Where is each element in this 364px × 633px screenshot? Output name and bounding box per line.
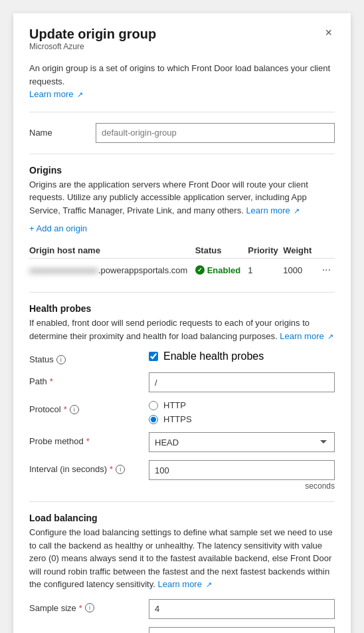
interval-input[interactable] [149,460,335,480]
origin-priority-cell: 1 [248,259,283,282]
protocol-http-radio[interactable] [149,401,158,410]
update-origin-group-panel: Update origin group Microsoft Azure × An… [13,13,351,633]
interval-required-indicator: * [110,464,113,474]
successful-samples-field [149,627,335,634]
origins-description: Origins are the application servers wher… [29,178,335,217]
probe-method-row: Probe method * HEAD GET [29,432,335,452]
sample-size-label: Sample size * i [29,599,149,613]
add-origin-button[interactable]: + Add an origin [29,219,87,237]
name-field-value [96,123,335,143]
sample-size-required-indicator: * [79,603,82,613]
col-priority: Priority [248,243,283,259]
protocol-http-label: HTTP [163,400,186,410]
panel-subtitle: Microsoft Azure [29,42,156,51]
protocol-http-row: HTTP [149,400,335,410]
enable-health-probes-checkbox[interactable] [149,352,158,361]
origins-learn-more-link[interactable]: Learn more ↗ [246,205,300,215]
path-input[interactable] [149,372,335,392]
protocol-info-icon[interactable]: i [70,405,79,414]
name-field-row: Name [29,123,335,143]
origins-table: Origin host name Status Priority Weight … [29,243,335,281]
panel-title: Update origin group [29,27,156,42]
sample-size-field [149,599,335,619]
panel-title-block: Update origin group Microsoft Azure [29,27,156,59]
intro-description: An origin group is a set of origins to w… [29,62,335,101]
table-row: xxxxxxxxxxxxxxxx.powerappsportals.com En… [29,259,335,282]
health-probes-status-label: Status i [29,350,149,364]
origin-more-button[interactable]: ··· [318,263,335,277]
divider-3 [29,292,335,293]
health-probes-path-field [149,372,335,392]
health-probes-protocol-label: Protocol * i [29,400,149,414]
origin-status-cell: Enabled [195,259,248,282]
probe-method-required-indicator: * [86,436,90,446]
col-status: Status [195,243,248,259]
panel-header: Update origin group Microsoft Azure × [29,27,335,59]
interval-row: Interval (in seconds) * i seconds [29,460,335,491]
probe-method-select[interactable]: HEAD GET [149,432,335,452]
col-actions [318,243,335,259]
origin-weight-cell: 1000 [283,259,318,282]
health-probes-external-icon: ↗ [327,332,333,340]
successful-samples-label: Successful samples required * i [29,627,149,634]
health-probes-status-field: Enable health probes [149,350,335,362]
path-required-indicator: * [50,376,53,386]
protocol-radio-group: HTTP HTTPS [149,400,335,424]
intro-learn-more-link[interactable]: Learn more ↗ [29,89,83,99]
col-weight: Weight [283,243,318,259]
status-enabled-icon [195,265,205,275]
name-input[interactable] [96,123,335,143]
health-probes-path-row: Path * [29,372,335,392]
divider-4 [29,501,335,502]
load-balancing-title: Load balancing [29,513,335,523]
origin-actions-cell: ··· [318,259,335,282]
external-link-icon: ↗ [77,90,83,98]
probe-method-field: HEAD GET [149,432,335,452]
protocol-required-indicator: * [64,404,67,414]
successful-samples-row: Successful samples required * i [29,627,335,634]
interval-field: seconds [149,460,335,491]
load-balancing-description: Configure the load balancing settings to… [29,526,335,591]
status-info-icon[interactable]: i [56,355,66,364]
health-probes-status-row: Status i Enable health probes [29,350,335,364]
origin-host-cell: xxxxxxxxxxxxxxxx.powerappsportals.com [29,259,195,282]
origins-section-title: Origins [29,165,335,176]
name-label: Name [29,128,96,138]
protocol-https-row: HTTPS [149,414,335,424]
interval-label: Interval (in seconds) * i [29,460,149,474]
successful-samples-input[interactable] [149,627,335,634]
health-probes-path-label: Path * [29,372,149,386]
interval-unit: seconds [149,481,335,491]
health-probes-description: If enabled, front door will send periodi… [29,316,335,342]
sample-size-row: Sample size * i [29,599,335,619]
probe-method-label: Probe method * [29,432,149,446]
interval-info-icon[interactable]: i [116,465,125,474]
health-probes-protocol-field: HTTP HTTPS [149,400,335,424]
load-balancing-learn-more-link[interactable]: Learn more ↗ [157,579,211,589]
sample-size-info-icon[interactable]: i [85,603,94,612]
protocol-https-radio[interactable] [149,415,158,424]
health-probes-learn-more-link[interactable]: Learn more ↗ [280,331,333,341]
close-button[interactable]: × [322,27,335,39]
col-host-name: Origin host name [29,243,195,259]
origins-external-icon: ↗ [294,207,300,215]
protocol-https-label: HTTPS [163,414,192,424]
divider-2 [29,154,335,154]
divider-1 [29,112,335,112]
health-probes-protocol-row: Protocol * i HTTP HTTPS [29,400,335,424]
load-balancing-external-icon: ↗ [206,580,212,588]
enable-health-probes-label: Enable health probes [163,350,264,362]
health-probes-title: Health probes [29,303,335,314]
sample-size-input[interactable] [149,599,335,619]
